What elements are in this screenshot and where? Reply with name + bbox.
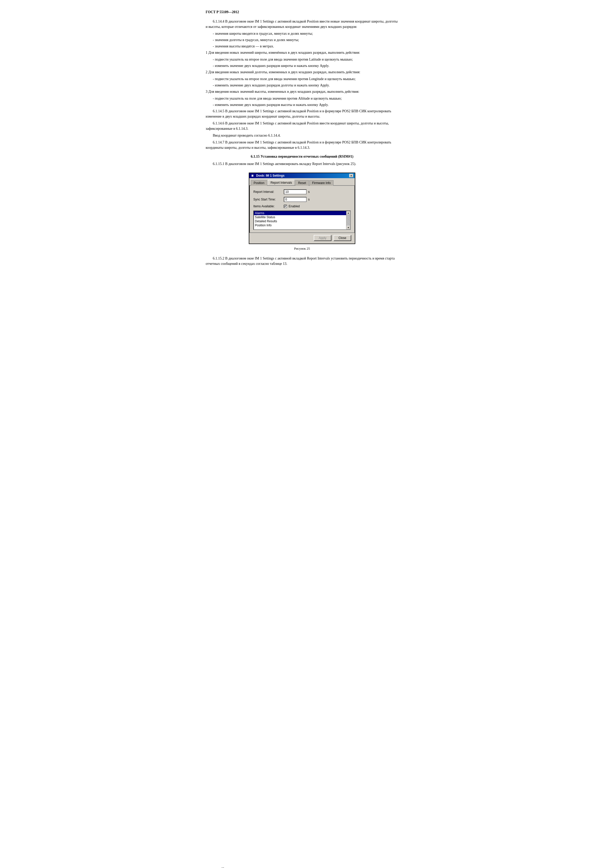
dialog-titlebar-left: 🖥 Doob: IM 1 Settings [251,174,284,177]
paragraph-61152: 6.1.15.2 В диалоговом окне IM 1 Settings… [206,256,399,266]
paragraph-61151: 6.1.15.1 В диалоговом окне IM 1 Settings… [206,161,399,167]
paragraph-2a: - подвести указатель на второе поле для … [213,76,399,82]
paragraph-1a: - подвести указатель на второе поле для … [213,57,399,62]
dialog-im1-settings: 🖥 Doob: IM 1 Settings × Position Report … [249,173,355,244]
report-interval-label: Report Interval: [253,190,284,194]
figure-25: 🖥 Doob: IM 1 Settings × Position Report … [206,173,399,251]
paragraph-61147: 6.1.14.7 В диалоговом окне IM 1 Settings… [206,140,399,150]
paragraph-3b: - изменить значение двух младших разрядо… [213,102,399,107]
paragraph-61146: 6.1.14.6 В диалоговом окне IM 1 Settings… [206,121,399,131]
enabled-checkbox[interactable]: ✔ [284,205,287,208]
sync-start-time-label: Sync Start Time: [253,198,284,201]
sync-start-time-row: Sync Start Time: s [253,197,351,202]
tab-position[interactable]: Position [251,180,267,186]
items-listbox[interactable]: Alarms Satellite Status Detailed Results… [253,210,351,230]
paragraph-6114: 6.1.14.4 В диалоговом окне IM 1 Settings… [206,19,399,29]
scrollbar-down-button[interactable]: ▼ [347,226,350,229]
tab-report-intervals[interactable]: Report Intervals [268,180,295,185]
paragraph-vvod: Ввод координат проводить согласно 6.1.14… [206,133,399,138]
dialog-title: Doob: IM 1 Settings [256,174,284,177]
list-item-2: - значения долготы в градусах, минутах и… [213,37,399,43]
dialog-titlebar: 🖥 Doob: IM 1 Settings × [249,173,355,178]
listbox-scrollbar[interactable]: ▲ ▼ [346,211,350,229]
paragraph-2-intro: 2 Для введения новых значений долготы, и… [206,69,399,75]
listbox-item-position-info[interactable]: Position Info [254,223,346,227]
scrollbar-up-button[interactable]: ▲ [347,211,350,215]
list-item-1: - значения широты вводятся в градусах, м… [213,31,399,36]
section-heading-6115: 6.1.15 Установка периодичности отчетных … [206,154,399,159]
listbox-item-satellite-status[interactable]: Satellite Status [254,215,346,219]
dialog-close-button[interactable]: × [349,174,353,177]
scrollbar-track [347,215,350,226]
page-number: 46 [221,866,224,868]
dialog-footer: Apply Close [249,233,355,243]
close-button[interactable]: Close [334,235,351,241]
apply-button[interactable]: Apply [314,235,331,241]
paragraph-3a: - подвести указатель на поле для ввода з… [213,96,399,101]
paragraph-61145: 6.1.14.5 В диалоговом окне IM 1 Settings… [206,108,399,119]
document-title: ГОСТ Р 55109—2012 [206,10,399,14]
report-interval-unit: s [308,190,310,194]
items-available-label: Items Available: [253,204,284,208]
report-interval-input[interactable] [284,189,307,194]
sync-start-time-unit: s [308,198,310,201]
monitor-icon: 🖥 [251,174,254,177]
sync-start-time-input[interactable] [284,197,307,202]
listbox-item-detailed-results[interactable]: Detailed Results [254,219,346,223]
tab-firmware-info[interactable]: Firmware Info [309,180,334,186]
listbox-item-alarms[interactable]: Alarms [254,211,346,215]
paragraph-2b: - изменить значение двух младших разрядо… [213,83,399,88]
enabled-label: Enabled [289,204,300,208]
paragraph-1-intro: 1 Для введения новых значений широты, из… [206,50,399,55]
tab-reset[interactable]: Reset [295,180,309,186]
dialog-body: Report Interval: s Sync Start Time: s It… [249,185,355,233]
dialog-tabs: Position Report Intervals Reset Firmware… [249,178,355,185]
report-interval-row: Report Interval: s [253,189,351,194]
items-available-row: Items Available: ✔ Enabled [253,204,351,208]
list-item-3: - значения высоты вводятся — в метрах. [213,44,399,49]
paragraph-1b: - изменить значение двух младших разрядо… [213,63,399,68]
figure-caption: Рисунок 25 [294,246,310,251]
paragraph-3-intro: 3 Для введения новых значений высоты, из… [206,89,399,94]
